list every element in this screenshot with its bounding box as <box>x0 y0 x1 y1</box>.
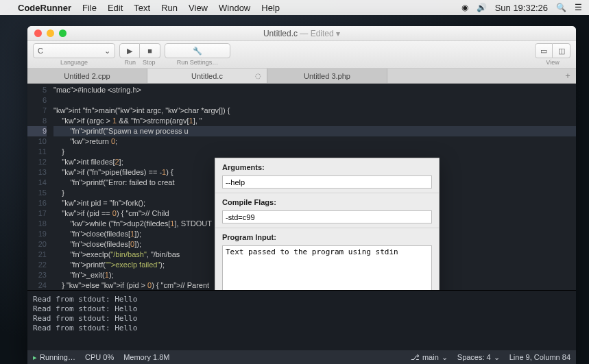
view-mode-1[interactable]: ▭ <box>535 43 553 58</box>
new-tab-button[interactable]: ＋ <box>560 69 576 83</box>
tabbar: Untitled 2.cpp Untitled.c◌ Untitled 3.ph… <box>27 69 576 84</box>
run-settings-label: Run Settings… <box>177 59 219 66</box>
code-editor[interactable]: 5678910111213141516171819202122232425262… <box>27 84 576 290</box>
program-input-label: Program Input: <box>222 232 432 243</box>
stop-icon: ■ <box>147 47 152 55</box>
view-mode-2[interactable]: ◫ <box>553 43 570 58</box>
view-label: View <box>546 59 559 66</box>
stop-button[interactable]: ■ <box>140 43 160 58</box>
language-label: Language <box>60 59 88 66</box>
status-cpu: CPU 0% <box>85 353 114 361</box>
menu-edit[interactable]: Edit <box>108 3 123 13</box>
compile-flags-input[interactable] <box>222 210 432 223</box>
window-title: Untitled.c — Edited ▾ <box>27 29 576 38</box>
git-branch[interactable]: ⎇ main ⌄ <box>411 353 448 362</box>
chevron-down-icon: ⌄ <box>104 47 110 56</box>
line-gutter: 5678910111213141516171819202122232425262… <box>27 84 51 290</box>
editor-window: Untitled.c — Edited ▾ C⌄ Language ▶ ■ Ru… <box>27 26 576 364</box>
run-settings-dialog: Arguments: Compile Flags: Program Input:… <box>215 158 440 290</box>
menu-run[interactable]: Run <box>161 3 178 13</box>
app-name[interactable]: CodeRunner <box>18 3 71 13</box>
compile-flags-label: Compile Flags: <box>222 197 432 208</box>
run-button[interactable]: ▶ <box>119 43 140 58</box>
menu-help[interactable]: Help <box>261 3 280 13</box>
tab-untitled-3[interactable]: Untitled 3.php <box>267 69 387 83</box>
tab-untitled-2[interactable]: Untitled 2.cpp <box>27 69 147 83</box>
spinner-icon: ◌ <box>255 72 261 80</box>
menu-text[interactable]: Text <box>134 3 150 13</box>
arguments-input[interactable] <box>222 175 432 189</box>
run-settings-button[interactable]: 🔧 <box>165 43 230 58</box>
menu-window[interactable]: Window <box>219 3 250 13</box>
running-icon: ▸ <box>33 353 37 362</box>
wrench-icon: 🔧 <box>193 47 202 56</box>
menu-icon[interactable]: ☰ <box>575 3 582 12</box>
branch-icon: ⎇ <box>411 353 420 362</box>
menu-file[interactable]: File <box>82 3 97 13</box>
statusbar: ▸Running… CPU 0% Memory 1.8M ⎇ main ⌄ Sp… <box>27 350 576 364</box>
status-running: Running… <box>40 353 75 361</box>
play-icon: ▶ <box>127 47 132 56</box>
status-spaces[interactable]: Spaces: 4 ⌄ <box>457 353 500 362</box>
arguments-label: Arguments: <box>222 162 432 173</box>
titlebar[interactable]: Untitled.c — Edited ▾ <box>27 26 576 41</box>
toolbar: C⌄ Language ▶ ■ Run Stop 🔧 Run Settings…… <box>27 41 576 69</box>
language-selector[interactable]: C⌄ <box>33 43 115 58</box>
tab-untitled-c[interactable]: Untitled.c◌ <box>147 69 267 83</box>
program-input-textarea[interactable] <box>222 245 432 290</box>
status-position: Line 9, Column 84 <box>509 353 570 361</box>
volume-icon[interactable]: 🔊 <box>477 3 487 12</box>
status-memory: Memory 1.8M <box>123 353 169 361</box>
menubar-clock[interactable]: Sun 19:32:26 <box>495 3 548 13</box>
menu-view[interactable]: View <box>189 3 208 13</box>
menubar: CodeRunner File Edit Text Run View Windo… <box>0 0 589 15</box>
record-icon[interactable]: ◉ <box>461 3 468 12</box>
console-output[interactable]: Read from stdout: Hello Read from stdout… <box>27 290 576 350</box>
search-icon[interactable]: 🔍 <box>556 3 566 12</box>
